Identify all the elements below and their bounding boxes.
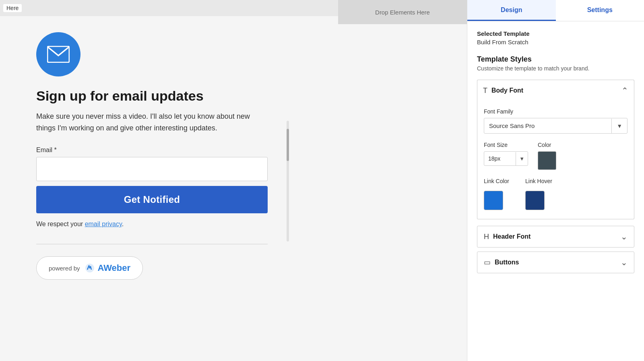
color-col: Color (538, 142, 556, 170)
form-description: Make sure you never miss a video. I'll a… (36, 111, 254, 134)
email-icon-wrapper (36, 32, 80, 76)
buttons-chevron: ⌄ (621, 258, 627, 267)
font-size-selector[interactable]: 18px ▼ (484, 151, 528, 166)
template-styles-desc: Customize the template to match your bra… (477, 65, 634, 72)
submit-button[interactable]: Get Notified (36, 186, 268, 213)
body-font-section-body: Font Family Source Sans Pro ▼ Font Size … (477, 101, 634, 219)
link-color-col: Link Color (484, 178, 509, 210)
header-font-title: Header Font (493, 233, 530, 240)
right-panel: Design Settings Selected Template Build … (467, 0, 644, 361)
header-font-chevron: ⌄ (621, 232, 627, 241)
privacy-text-after: . (122, 221, 124, 227)
email-input[interactable] (36, 157, 268, 181)
buttons-title: Buttons (495, 259, 519, 266)
link-color-swatch[interactable] (484, 191, 503, 210)
aweber-logo-icon (84, 262, 95, 274)
drop-zone[interactable]: Drop Elements Here (338, 0, 467, 24)
font-size-color-row: Font Size 18px ▼ Color (484, 142, 627, 170)
body-font-section-header[interactable]: T Body Font ⌃ (477, 80, 634, 101)
privacy-link[interactable]: email privacy (85, 221, 122, 227)
panel-content: Selected Template Build From Scratch Tem… (467, 21, 644, 361)
tab-design[interactable]: Design (467, 0, 556, 21)
aweber-logo: AWeber (84, 262, 131, 274)
font-family-value: Source Sans Pro (484, 118, 611, 133)
font-family-label: Font Family (484, 108, 627, 115)
selected-template-value: Build From Scratch (477, 39, 634, 45)
drop-zone-text: Drop Elements Here (375, 9, 430, 16)
email-icon (47, 46, 70, 63)
font-family-dropdown-arrow[interactable]: ▼ (611, 119, 627, 133)
buttons-left: ▭ Buttons (484, 258, 519, 267)
buttons-icon: ▭ (484, 258, 491, 267)
header-font-left: H Header Font (484, 233, 530, 241)
powered-by-text: powered by (49, 265, 80, 272)
body-font-icon: T (483, 87, 487, 95)
header-font-section[interactable]: H Header Font ⌄ (477, 226, 634, 248)
body-font-header-left: T Body Font (483, 87, 523, 95)
color-swatch[interactable] (538, 151, 556, 170)
scrollbar-track[interactable] (287, 121, 289, 241)
form-title: Sign up for email updates (36, 88, 290, 104)
tab-bar: Design Settings (467, 0, 644, 21)
divider (36, 244, 268, 244)
tab-settings[interactable]: Settings (556, 0, 644, 21)
color-label: Color (538, 142, 556, 148)
scrollbar-thumb[interactable] (287, 129, 289, 161)
font-size-dropdown-arrow[interactable]: ▼ (516, 152, 528, 165)
link-hover-col: Link Hover (525, 178, 552, 210)
aweber-brand-text: AWeber (98, 263, 131, 273)
body-font-chevron: ⌃ (621, 86, 628, 95)
left-panel: Here Drop Elements Here Sign up for emai… (0, 0, 467, 361)
template-styles-title: Template Styles (477, 55, 634, 64)
font-size-label: Font Size (484, 142, 528, 148)
aweber-badge: powered by AWeber (36, 256, 143, 280)
link-hover-label: Link Hover (525, 178, 552, 184)
header-font-icon: H (484, 233, 489, 241)
link-color-label: Link Color (484, 178, 509, 184)
selected-template-label: Selected Template (477, 30, 634, 37)
link-colors-row: Link Color Link Hover (484, 178, 627, 210)
form-container: Sign up for email updates Make sure you … (0, 20, 314, 296)
link-hover-swatch[interactable] (525, 191, 545, 210)
font-family-selector[interactable]: Source Sans Pro ▼ (484, 118, 627, 134)
email-label: Email * (36, 146, 290, 154)
font-size-value: 18px (484, 152, 516, 165)
font-size-col: Font Size 18px ▼ (484, 142, 528, 166)
here-label: Here (3, 4, 22, 12)
buttons-section[interactable]: ▭ Buttons ⌄ (477, 252, 634, 273)
body-font-title: Body Font (491, 87, 523, 94)
privacy-text: We respect your email privacy. (36, 221, 290, 228)
privacy-text-before: We respect your (36, 221, 85, 227)
